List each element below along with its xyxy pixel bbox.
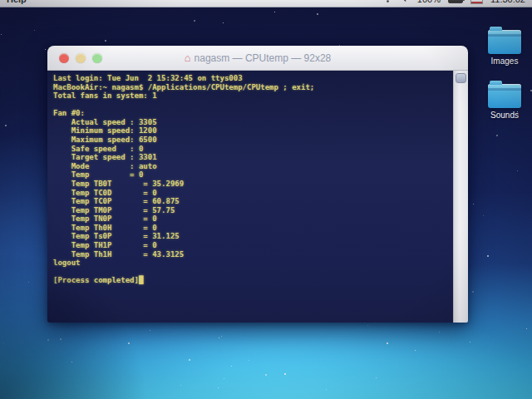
- desktop-folder-images[interactable]: Images: [480, 30, 529, 66]
- scrollbar-thumb[interactable]: [456, 73, 466, 83]
- zoom-button[interactable]: [92, 53, 102, 63]
- window-title: ⌂nagasm — CPUtemp — 92x28: [47, 52, 468, 64]
- desktop: Help 100% 11:30:02 Images Sounds ⌂nagasm…: [0, 0, 532, 399]
- menu-item-help[interactable]: Help: [7, 0, 27, 4]
- menu-status-items: 100% 11:30:02: [382, 0, 525, 4]
- folder-label: Sounds: [480, 111, 529, 120]
- terminal-output: Last login: Tue Jun 2 15:32:45 on ttys00…: [47, 71, 468, 288]
- input-source-flag-icon[interactable]: [470, 0, 483, 4]
- home-folder-icon: ⌂: [185, 52, 191, 64]
- minimize-button[interactable]: [76, 53, 86, 63]
- folder-icon: [488, 84, 521, 108]
- window-title-text: nagasm — CPUtemp — 92x28: [195, 52, 332, 64]
- terminal-window: ⌂nagasm — CPUtemp — 92x28 Last login: Tu…: [47, 46, 468, 323]
- wifi-icon[interactable]: [382, 0, 393, 4]
- terminal-titlebar[interactable]: ⌂nagasm — CPUtemp — 92x28: [47, 46, 468, 71]
- volume-icon[interactable]: [401, 0, 410, 4]
- desktop-folder-sounds[interactable]: Sounds: [480, 84, 529, 120]
- close-button[interactable]: [59, 53, 69, 63]
- terminal-scrollbar[interactable]: [453, 71, 468, 323]
- menu-bar: Help 100% 11:30:02: [0, 0, 532, 7]
- folder-icon: [488, 30, 521, 54]
- terminal-content: Last login: Tue Jun 2 15:32:45 on ttys00…: [47, 71, 468, 323]
- battery-icon[interactable]: [448, 0, 463, 3]
- folder-label: Images: [480, 57, 529, 66]
- menu-clock[interactable]: 11:30:02: [490, 0, 525, 4]
- battery-percent-label: 100%: [417, 0, 441, 4]
